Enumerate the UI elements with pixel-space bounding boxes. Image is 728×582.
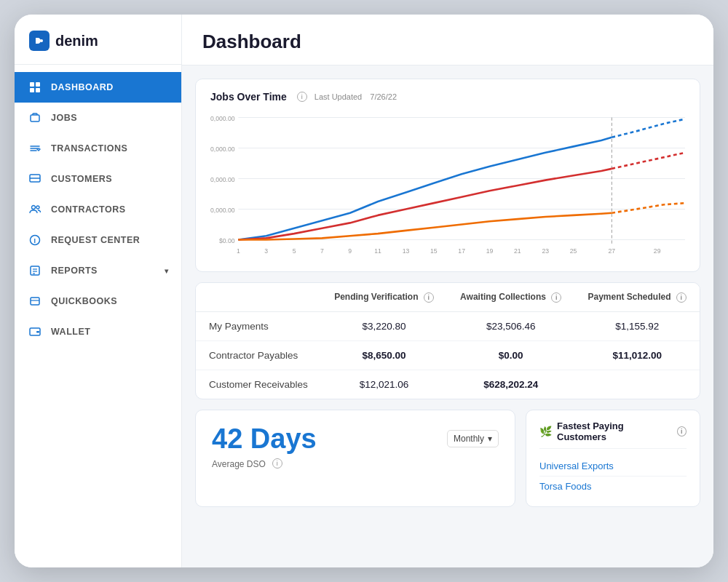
my-payments-scheduled: $1,155.92	[574, 311, 700, 340]
svg-point-9	[36, 206, 39, 209]
svg-rect-4	[36, 88, 40, 92]
table-row: My Payments $3,220.80 $23,506.46 $1,155.…	[196, 311, 700, 340]
svg-point-0	[40, 39, 43, 42]
col-header-scheduled: Payment Scheduled i	[574, 283, 700, 311]
logo-icon	[29, 31, 50, 51]
customer-receivables-awaiting: $628,202.24	[447, 370, 574, 399]
contractors-icon	[28, 202, 42, 217]
svg-text:13: 13	[403, 247, 410, 255]
sidebar-item-dashboard[interactable]: DASHBOARD	[15, 72, 181, 103]
table-row: Customer Receivables $12,021.06 $628,202…	[196, 370, 700, 399]
dso-label: Average DSO	[212, 459, 266, 469]
contractor-payables-awaiting: $0.00	[447, 340, 574, 370]
sidebar-item-customers[interactable]: CUSTOMERS	[15, 164, 181, 194]
svg-text:$0.00: $0.00	[219, 236, 235, 244]
svg-text:23: 23	[542, 247, 549, 255]
fastest-info-icon[interactable]: i	[677, 426, 687, 436]
col-header-label	[196, 283, 321, 311]
main-content: Dashboard Jobs Over Time i Last Updated …	[182, 15, 713, 567]
sidebar-item-request-center[interactable]: i REQUEST CENTER	[15, 225, 181, 255]
sidebar-item-contractors[interactable]: CONTRACTORS	[15, 194, 181, 225]
chart-area: $400,000.00 $300,000.00 $200,000.00 $100…	[210, 110, 685, 263]
dropdown-arrow-icon: ▾	[488, 434, 492, 444]
quickbooks-icon	[28, 294, 42, 308]
svg-text:17: 17	[458, 247, 465, 255]
row-label-contractor-payables: Contractor Payables	[196, 340, 321, 370]
sidebar-item-label: CONTRACTORS	[51, 204, 126, 215]
my-payments-pending: $3,220.80	[321, 311, 447, 340]
svg-text:29: 29	[654, 247, 661, 255]
sidebar-item-label: CUSTOMERS	[51, 174, 112, 184]
svg-text:5: 5	[293, 247, 296, 255]
scheduled-info-icon[interactable]: i	[676, 292, 687, 303]
wallet-icon	[28, 324, 42, 339]
reports-icon	[28, 263, 42, 278]
svg-text:21: 21	[514, 247, 521, 255]
list-item[interactable]: Torsa Foods	[539, 477, 687, 496]
chart-last-updated: Last Updated 7/26/22	[314, 92, 397, 101]
sidebar-item-label: JOBS	[51, 113, 77, 123]
customer-receivables-scheduled	[574, 370, 700, 399]
my-payments-awaiting: $23,506.46	[447, 311, 574, 340]
leaf-icon: 🌿	[539, 426, 552, 437]
device-frame: denim DASHBOARD	[15, 15, 713, 567]
svg-text:11: 11	[374, 247, 381, 255]
svg-rect-19	[36, 331, 39, 333]
chart-header: Jobs Over Time i Last Updated 7/26/22	[210, 91, 685, 103]
sidebar-item-label: TRANSACTIONS	[51, 143, 127, 154]
sidebar-item-label: WALLET	[51, 327, 90, 337]
sidebar-logo: denim	[15, 15, 181, 65]
sidebar-item-label: DASHBOARD	[51, 82, 114, 92]
svg-text:3: 3	[264, 247, 268, 255]
pending-info-icon[interactable]: i	[424, 292, 434, 303]
sidebar-item-quickbooks[interactable]: QUICKBOOKS	[15, 286, 181, 316]
svg-text:i: i	[33, 237, 36, 244]
svg-text:$100,000.00: $100,000.00	[210, 206, 235, 213]
chart-card: Jobs Over Time i Last Updated 7/26/22 $4…	[195, 79, 700, 272]
dashboard-icon	[28, 80, 42, 95]
row-label-customer-receivables: Customer Receivables	[196, 370, 321, 399]
svg-rect-1	[30, 82, 34, 87]
svg-text:27: 27	[609, 247, 616, 255]
dso-card: 42 Days Monthly ▾ Average DSO i	[195, 410, 515, 507]
payments-card: Pending Verification i Awaiting Collecti…	[195, 282, 700, 399]
main-header: Dashboard	[182, 15, 713, 65]
customers-icon	[28, 172, 42, 186]
request-icon: i	[28, 233, 42, 247]
col-header-pending: Pending Verification i	[321, 283, 447, 311]
payments-table: Pending Verification i Awaiting Collecti…	[196, 283, 700, 399]
sidebar-item-wallet[interactable]: WALLET	[15, 316, 181, 347]
chart-info-icon[interactable]: i	[297, 92, 307, 102]
svg-rect-5	[31, 115, 39, 121]
svg-text:$400,000.00: $400,000.00	[210, 114, 235, 121]
contractor-payables-scheduled: $11,012.00	[574, 340, 700, 370]
sidebar-item-label: QUICKBOOKS	[51, 296, 117, 306]
svg-text:25: 25	[570, 247, 577, 255]
sidebar-item-transactions[interactable]: TRANSACTIONS	[15, 133, 181, 164]
svg-text:15: 15	[430, 247, 438, 255]
fastest-paying-header: 🌿 Fastest Paying Customers i	[539, 420, 687, 449]
jobs-icon	[28, 111, 42, 125]
sidebar-item-reports[interactable]: REPORTS ▾	[15, 255, 181, 286]
svg-rect-2	[36, 82, 40, 87]
customer-receivables-pending: $12,021.06	[321, 370, 447, 399]
svg-text:9: 9	[348, 247, 352, 255]
monthly-period-select[interactable]: Monthly ▾	[447, 430, 499, 447]
sidebar: denim DASHBOARD	[15, 15, 182, 567]
dso-info-icon[interactable]: i	[272, 458, 282, 469]
col-header-awaiting: Awaiting Collections i	[447, 283, 574, 311]
sidebar-item-label: REQUEST CENTER	[51, 235, 140, 245]
page-title: Dashboard	[202, 31, 693, 53]
row-label-my-payments: My Payments	[196, 311, 321, 340]
svg-point-8	[32, 206, 36, 210]
contractor-payables-pending: $8,650.00	[321, 340, 447, 370]
svg-text:$300,000.00: $300,000.00	[210, 145, 235, 152]
svg-text:19: 19	[486, 247, 494, 255]
list-item[interactable]: Universal Exports	[539, 456, 687, 477]
fastest-paying-card: 🌿 Fastest Paying Customers i Universal E…	[526, 410, 700, 507]
sidebar-item-jobs[interactable]: JOBS	[15, 103, 181, 133]
dso-header: 42 Days Monthly ▾	[212, 423, 499, 455]
table-row: Contractor Payables $8,650.00 $0.00 $11,…	[196, 340, 700, 370]
svg-text:1: 1	[237, 247, 240, 255]
awaiting-info-icon[interactable]: i	[551, 292, 561, 303]
